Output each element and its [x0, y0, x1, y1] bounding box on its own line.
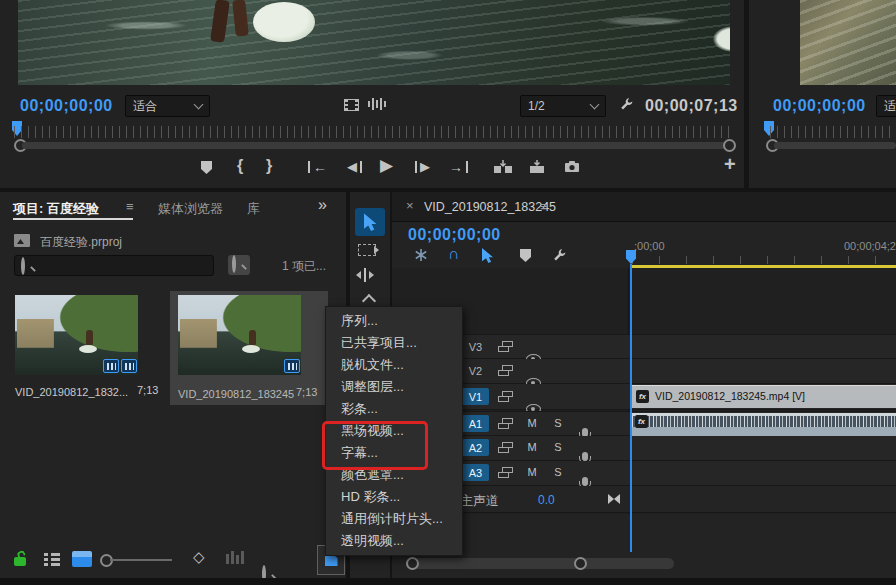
track-label-a1[interactable]: A1 — [462, 415, 489, 432]
menu-item-adjustment-layer[interactable]: 调整图层... — [326, 376, 462, 398]
menu-item-offline-file[interactable]: 脱机文件... — [326, 354, 462, 376]
source-patch-icon[interactable] — [498, 442, 513, 454]
search-bin-button[interactable] — [228, 255, 250, 275]
output-settings-icon[interactable] — [344, 99, 359, 111]
automate-to-sequence-button[interactable] — [226, 550, 244, 564]
source-patch-icon[interactable] — [498, 467, 513, 479]
button-editor-plus[interactable]: + — [724, 153, 736, 176]
mute-track-button[interactable]: M — [524, 466, 540, 478]
search-input[interactable] — [14, 255, 214, 276]
tab-media-browser[interactable]: 媒体浏览器 — [158, 200, 223, 218]
mark-out-button[interactable]: } — [266, 157, 272, 175]
selection-tool[interactable] — [355, 208, 385, 236]
track-label-v3[interactable]: V3 — [462, 338, 489, 355]
track-label-v1[interactable]: V1 — [462, 388, 489, 405]
clip-duration: 7;13 — [137, 384, 158, 396]
source-patch-icon[interactable] — [498, 365, 513, 377]
track-label-a2[interactable]: A2 — [462, 439, 489, 456]
step-forward-button[interactable]: ▶ — [415, 159, 430, 174]
chevron-down-icon — [590, 100, 600, 110]
source-patch-icon[interactable] — [498, 391, 513, 403]
insert-button[interactable] — [494, 160, 512, 173]
export-frame-button[interactable] — [564, 160, 580, 172]
ripple-edit-tool[interactable] — [356, 268, 374, 282]
timeline-timecode[interactable]: 00;00;00;00 — [408, 226, 501, 244]
master-level-value[interactable]: 0.0 — [538, 493, 555, 507]
program-time-ruler[interactable] — [770, 126, 896, 138]
chevron-down-icon — [194, 100, 204, 110]
audio-badge-icon[interactable] — [121, 359, 137, 373]
source-zoombar[interactable] — [22, 142, 728, 149]
audio-waveform-icon[interactable] — [368, 97, 386, 111]
timeline-video-clip[interactable]: fx VID_20190812_183245.mp4 [V] — [632, 385, 896, 408]
source-time-ruler[interactable] — [14, 126, 732, 138]
scrollbar-left-handle[interactable] — [406, 557, 419, 570]
lock-icon[interactable] — [14, 557, 26, 566]
program-zoombar[interactable] — [774, 142, 896, 149]
solo-track-button[interactable]: S — [550, 466, 566, 478]
solo-track-button[interactable]: S — [550, 441, 566, 453]
mute-track-button[interactable]: M — [524, 417, 540, 429]
nest-sequence-icon[interactable] — [414, 248, 428, 262]
more-panels-icon[interactable]: » — [318, 196, 327, 214]
program-zoom-select[interactable]: 适 — [876, 95, 896, 117]
menu-item-sequence[interactable]: 序列... — [326, 310, 462, 332]
icon-view-button[interactable] — [72, 551, 92, 567]
track-select-forward-tool[interactable] — [358, 244, 376, 256]
scrollbar-right-handle[interactable] — [574, 557, 587, 570]
timeline-ruler-ticks[interactable] — [632, 256, 896, 264]
source-patch-icon[interactable] — [498, 418, 513, 430]
premiere-pro-window: 00;00;00;00 适合 1/2 00;00;07;13 { } ← ◀ — [0, 0, 896, 585]
play-button[interactable]: ▶ — [380, 155, 393, 176]
timeline-h-scrollbar[interactable] — [406, 558, 674, 569]
linked-selection-icon[interactable] — [482, 248, 493, 263]
mute-track-button[interactable]: M — [524, 441, 540, 453]
menu-item-transparent-video[interactable]: 透明视频... — [326, 530, 462, 552]
track-label-a3[interactable]: A3 — [462, 464, 489, 481]
menu-item-universal-counting-leader[interactable]: 通用倒计时片头... — [326, 508, 462, 530]
clip-thumbnail[interactable] — [15, 295, 138, 375]
track-label-v2[interactable]: V2 — [462, 362, 489, 379]
ruler-label-end: 00;00;04;2 — [844, 240, 896, 252]
go-to-out-button[interactable]: → — [449, 159, 468, 175]
master-track-row: 主声道 0.0 — [392, 486, 896, 513]
tab-libraries[interactable]: 库 — [247, 200, 260, 218]
panel-menu-icon[interactable]: ≡ — [126, 199, 134, 214]
menu-item-hd-bars[interactable]: HD 彩条... — [326, 486, 462, 508]
video-badge-icon[interactable] — [103, 359, 119, 373]
overwrite-button[interactable] — [529, 160, 545, 173]
project-file-name[interactable]: 百度经验.prproj — [40, 234, 122, 251]
add-marker-button[interactable] — [201, 161, 212, 174]
list-view-button[interactable] — [44, 553, 60, 566]
source-patch-icon[interactable] — [498, 341, 513, 353]
sort-icons-button[interactable]: ◇ — [193, 548, 205, 566]
add-marker-icon[interactable] — [520, 249, 531, 262]
playback-resolution-select[interactable]: 1/2 — [520, 95, 606, 117]
clip-name[interactable]: VID_20190812_183245 — [178, 388, 294, 400]
panel-menu-icon[interactable]: ≡ — [540, 199, 548, 214]
step-back-button[interactable]: ◀ — [347, 159, 362, 174]
fx-badge: fx — [636, 390, 649, 403]
timeline-settings-wrench-icon[interactable] — [552, 248, 567, 263]
mark-in-button[interactable]: { — [237, 157, 243, 175]
snap-magnet-icon[interactable]: ∩ — [448, 245, 460, 263]
go-to-in-button[interactable]: ← — [308, 159, 327, 175]
close-icon[interactable]: × — [406, 198, 414, 213]
menu-item-shared-project[interactable]: 已共享项目... — [326, 332, 462, 354]
tab-project[interactable]: 项目: 百度经验 — [13, 200, 99, 218]
timeline-audio-clip[interactable]: fx — [632, 413, 896, 436]
settings-wrench-icon[interactable] — [619, 97, 634, 112]
voiceover-record-icon[interactable] — [582, 477, 588, 486]
voiceover-record-icon[interactable] — [582, 452, 588, 461]
panel-divider[interactable] — [744, 0, 749, 188]
pan-bowtie-icon[interactable] — [608, 494, 620, 504]
timeline-tab-label[interactable]: VID_20190812_183245 — [424, 200, 556, 214]
source-zoombar-right-handle[interactable] — [723, 139, 736, 152]
clip-name[interactable]: VID_20190812_1832... — [15, 386, 128, 398]
source-zoom-select[interactable]: 适合 — [125, 95, 210, 117]
solo-track-button[interactable]: S — [550, 417, 566, 429]
clip-thumbnail[interactable] — [178, 295, 301, 375]
sequence-badge-icon[interactable] — [284, 359, 300, 373]
thumbnail-zoom-slider[interactable] — [110, 559, 172, 561]
menu-item-bars-and-tone[interactable]: 彩条... — [326, 398, 462, 420]
